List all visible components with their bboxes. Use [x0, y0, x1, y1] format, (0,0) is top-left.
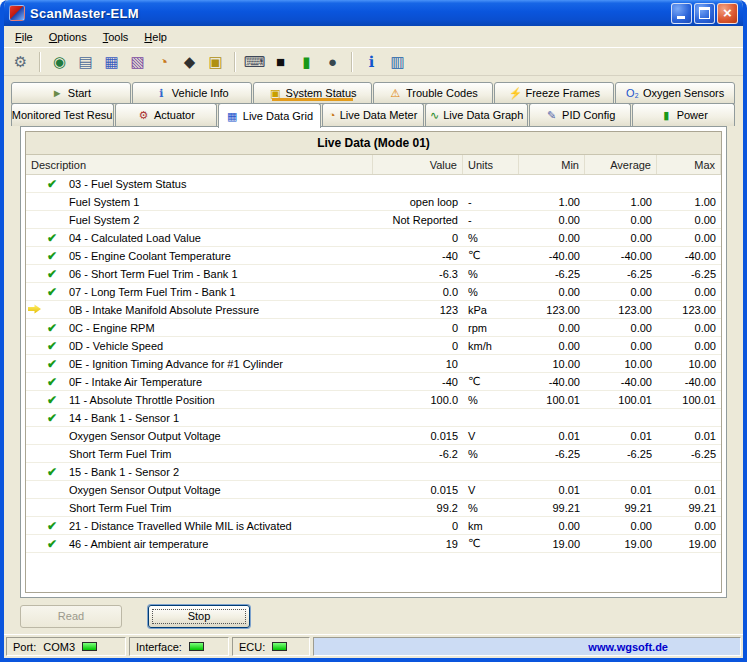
- logbook-icon: ▣: [208, 53, 222, 71]
- connect-button[interactable]: ⚙: [8, 50, 33, 74]
- cell-description: 21 - Distance Travelled While MIL is Act…: [64, 520, 373, 532]
- table-row[interactable]: ✔07 - Long Term Fuel Trim - Bank 10.0%0.…: [26, 283, 721, 301]
- table-row[interactable]: ✔03 - Fuel System Status: [26, 175, 721, 193]
- cell-average: 10.00: [585, 358, 657, 370]
- column-header-average[interactable]: Average: [585, 155, 657, 174]
- cell-min: 0.00: [519, 286, 585, 298]
- report-icon: ▤: [78, 53, 92, 71]
- table-row[interactable]: 0B - Intake Manifold Absolute Pressure12…: [26, 301, 721, 319]
- cell-description: 11 - Absolute Throttle Position: [64, 394, 373, 406]
- battery-button[interactable]: ▮: [294, 50, 319, 74]
- table-row[interactable]: ✔05 - Engine Coolant Temperature-40℃-40.…: [26, 247, 721, 265]
- tab-actuator[interactable]: ⚙Actuator: [115, 103, 218, 126]
- info-button[interactable]: ℹ: [359, 50, 384, 74]
- chip-button[interactable]: ◆: [177, 50, 202, 74]
- column-header-min[interactable]: Min: [519, 155, 585, 174]
- statusbar: Port: COM3 Interface: ECU: www.wgsoft.de: [4, 634, 743, 658]
- cell-average: 0.00: [585, 286, 657, 298]
- supported-check-icon: ✔: [47, 376, 57, 388]
- column-header-value[interactable]: Value: [373, 155, 463, 174]
- cell-min: 100.01: [519, 394, 585, 406]
- column-header-units[interactable]: Units: [463, 155, 519, 174]
- table-row[interactable]: ✔04 - Calculated Load Value0%0.000.000.0…: [26, 229, 721, 247]
- column-header-max[interactable]: Max: [657, 155, 721, 174]
- logbook-button[interactable]: ▣: [203, 50, 228, 74]
- cell-min: 0.00: [519, 520, 585, 532]
- cell-description: Short Term Fuel Trim: [64, 448, 373, 460]
- tab-label: Freeze Frames: [525, 87, 600, 99]
- tab-start[interactable]: ►Start: [11, 82, 131, 104]
- table-row[interactable]: Fuel System 1open loop-1.001.001.00: [26, 193, 721, 211]
- table-row[interactable]: Fuel System 2Not Reported-0.000.000.00: [26, 211, 721, 229]
- cell-units: km/h: [463, 340, 519, 352]
- tab-row-2: ◔Monitored Test Results⚙Actuator▦Live Da…: [11, 104, 736, 126]
- cell-average: 99.21: [585, 502, 657, 514]
- table-row[interactable]: ✔06 - Short Term Fuel Trim - Bank 1-6.3%…: [26, 265, 721, 283]
- tab-power[interactable]: ▮Power: [632, 103, 735, 126]
- live-data-table: Live Data (Mode 01) Description Value Un…: [25, 131, 722, 593]
- supported-check-icon: ✔: [47, 358, 57, 370]
- table-row[interactable]: ✔0C - Engine RPM0rpm0.000.000.00: [26, 319, 721, 337]
- read-button[interactable]: Read: [20, 605, 122, 628]
- tab-system-status[interactable]: ▣System Status: [253, 82, 373, 104]
- table-row[interactable]: ✔0F - Intake Air Temperature-40℃-40.00-4…: [26, 373, 721, 391]
- tab-freeze-frames[interactable]: ⚡Freeze Frames: [494, 82, 614, 104]
- column-header-description[interactable]: Description: [26, 155, 373, 174]
- cell-max: -6.25: [657, 268, 721, 280]
- world-dark-button[interactable]: ●: [320, 50, 345, 74]
- web-browser-button[interactable]: ◉: [47, 50, 72, 74]
- statistics-button[interactable]: ▥: [385, 50, 410, 74]
- terminal-icon: ⌨: [244, 53, 266, 71]
- menu-file[interactable]: File: [7, 28, 41, 46]
- ecu-label: ECU:: [239, 641, 265, 653]
- titlebar[interactable]: ScanMaster-ELM: [4, 0, 743, 26]
- cell-min: 123.00: [519, 304, 585, 316]
- stop-button[interactable]: Stop: [148, 605, 250, 628]
- tab-live-data-meter[interactable]: ◔Live Data Meter: [322, 103, 425, 126]
- table-row[interactable]: Short Term Fuel Trim99.2%99.2199.2199.21: [26, 499, 721, 517]
- app-icon: [9, 5, 25, 21]
- gauge-button[interactable]: ◔: [151, 50, 176, 74]
- cell-average: 0.00: [585, 214, 657, 226]
- tab-label: Start: [68, 87, 91, 99]
- data-table-button[interactable]: ▦: [99, 50, 124, 74]
- close-button[interactable]: [717, 3, 738, 24]
- website-link[interactable]: www.wgsoft.de: [588, 641, 668, 653]
- minimize-button[interactable]: [671, 3, 692, 24]
- tab-monitored-test-results[interactable]: ◔Monitored Test Results: [11, 103, 114, 126]
- table-row[interactable]: ✔46 - Ambient air temperature19℃19.0019.…: [26, 535, 721, 553]
- report-button[interactable]: ▤: [73, 50, 98, 74]
- menu-options[interactable]: Options: [41, 28, 95, 46]
- cell-average: 100.01: [585, 394, 657, 406]
- tab-live-data-grid[interactable]: ▦Live Data Grid: [218, 103, 321, 128]
- cell-min: 0.00: [519, 214, 585, 226]
- table-row[interactable]: ✔21 - Distance Travelled While MIL is Ac…: [26, 517, 721, 535]
- maximize-button[interactable]: [694, 3, 715, 24]
- cell-value: -40: [373, 250, 463, 262]
- cell-units: ℃: [463, 375, 519, 388]
- window-controls: [671, 3, 738, 24]
- cell-average: 19.00: [585, 538, 657, 550]
- menu-tools[interactable]: Tools: [95, 28, 137, 46]
- tab-live-data-graph[interactable]: ∿Live Data Graph: [425, 103, 528, 126]
- tab-oxygen-sensors[interactable]: O₂Oxygen Sensors: [615, 82, 735, 104]
- power-icon: ▮: [660, 110, 673, 121]
- table-body: ✔03 - Fuel System StatusFuel System 1ope…: [26, 175, 721, 592]
- table-row[interactable]: ✔0D - Vehicle Speed0km/h0.000.000.00: [26, 337, 721, 355]
- menu-help[interactable]: Help: [136, 28, 175, 46]
- table-row[interactable]: ✔11 - Absolute Throttle Position100.0%10…: [26, 391, 721, 409]
- cell-units: -: [463, 196, 519, 208]
- table-row[interactable]: Oxygen Sensor Output Voltage0.015V0.010.…: [26, 427, 721, 445]
- tab-pid-config[interactable]: ✎PID Config: [529, 103, 632, 126]
- tab-trouble-codes[interactable]: ⚠Trouble Codes: [373, 82, 493, 104]
- console-button[interactable]: ■: [268, 50, 293, 74]
- tab-vehicle-info[interactable]: ℹVehicle Info: [132, 82, 252, 104]
- table-row[interactable]: ✔0E - Ignition Timing Advance for #1 Cyl…: [26, 355, 721, 373]
- table-row[interactable]: ✔15 - Bank 1 - Sensor 2: [26, 463, 721, 481]
- table-row[interactable]: ✔14 - Bank 1 - Sensor 1: [26, 409, 721, 427]
- battery-icon: ▮: [302, 53, 310, 71]
- table-row[interactable]: Oxygen Sensor Output Voltage0.015V0.010.…: [26, 481, 721, 499]
- terminal-button[interactable]: ⌨: [242, 50, 267, 74]
- chart-image-button[interactable]: ▧: [125, 50, 150, 74]
- table-row[interactable]: Short Term Fuel Trim-6.2%-6.25-6.25-6.25: [26, 445, 721, 463]
